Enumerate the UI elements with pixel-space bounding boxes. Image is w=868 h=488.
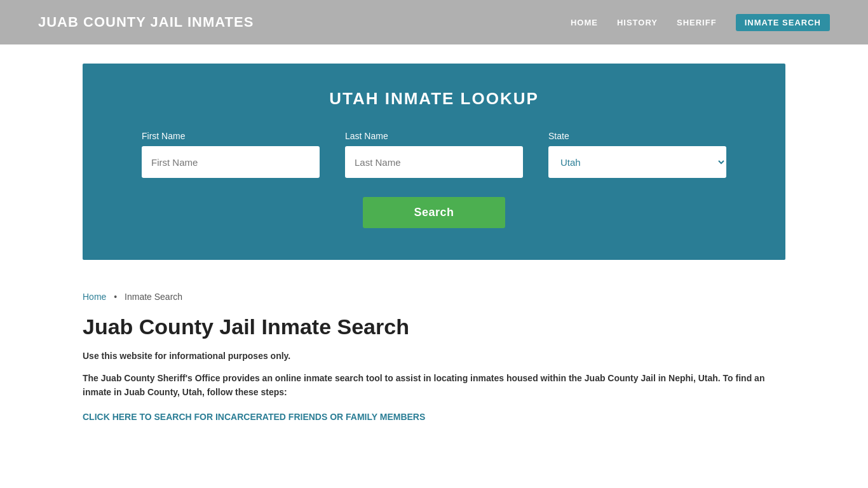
nav-link-history[interactable]: HISTORY — [617, 18, 658, 27]
site-title: JUAB COUNTY JAIL INMATES — [38, 14, 254, 30]
site-header: JUAB COUNTY JAIL INMATES HOME HISTORY SH… — [0, 0, 868, 44]
breadcrumb-current: Inmate Search — [125, 292, 182, 302]
state-label: State — [548, 131, 726, 141]
state-field-group: State Utah — [548, 131, 726, 178]
nav-item-history[interactable]: HISTORY — [617, 17, 658, 28]
breadcrumb-home-link[interactable]: Home — [83, 292, 106, 302]
first-name-field-group: First Name — [142, 131, 320, 178]
search-panel-title: UTAH INMATE LOOKUP — [121, 89, 747, 109]
search-fields: First Name Last Name State Utah — [121, 131, 747, 178]
state-select[interactable]: Utah — [548, 146, 726, 178]
search-panel: UTAH INMATE LOOKUP First Name Last Name … — [83, 64, 785, 260]
nav-link-home[interactable]: HOME — [571, 18, 598, 27]
search-button[interactable]: Search — [363, 197, 505, 228]
breadcrumb-separator: • — [114, 292, 117, 302]
description-text: The Juab County Sheriff's Office provide… — [83, 371, 785, 400]
nav-link-sheriff[interactable]: SHERIFF — [677, 18, 717, 27]
disclaimer-text: Use this website for informational purpo… — [83, 351, 785, 361]
nav-item-sheriff[interactable]: SHERIFF — [677, 17, 717, 28]
page-heading: Juab County Jail Inmate Search — [83, 315, 785, 339]
nav-item-inmate-search[interactable]: INMATE SEARCH — [736, 17, 830, 28]
first-name-input[interactable] — [142, 146, 320, 178]
breadcrumb: Home • Inmate Search — [0, 279, 868, 308]
last-name-input[interactable] — [345, 146, 523, 178]
last-name-label: Last Name — [345, 131, 523, 141]
nav-item-home[interactable]: HOME — [571, 17, 598, 28]
first-name-label: First Name — [142, 131, 320, 141]
main-content: Juab County Jail Inmate Search Use this … — [0, 308, 868, 448]
search-button-row: Search — [121, 197, 747, 228]
click-here-link[interactable]: CLICK HERE to Search for Incarcerated Fr… — [83, 412, 425, 422]
nav-menu: HOME HISTORY SHERIFF INMATE SEARCH — [571, 17, 830, 28]
last-name-field-group: Last Name — [345, 131, 523, 178]
nav-link-inmate-search[interactable]: INMATE SEARCH — [736, 14, 830, 31]
